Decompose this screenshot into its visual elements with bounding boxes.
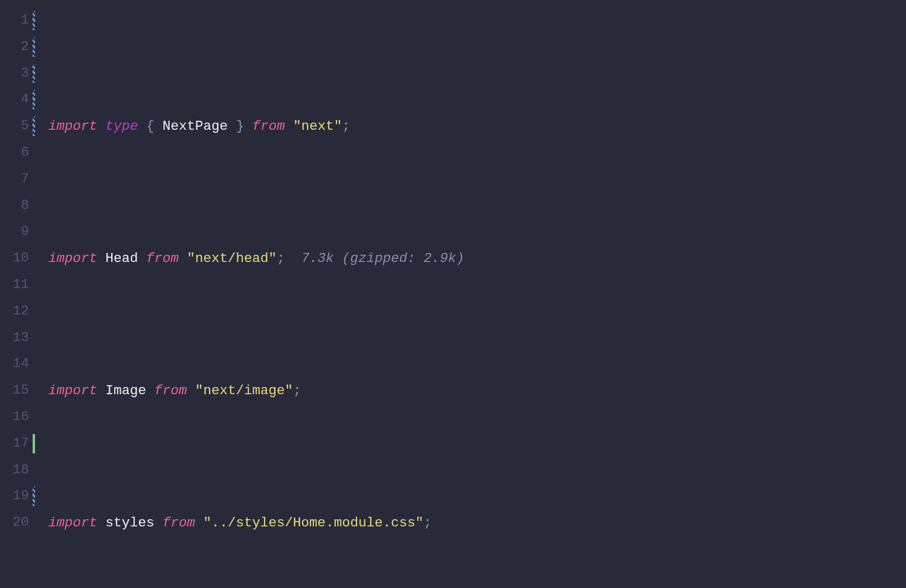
line-number: 5 bbox=[6, 113, 29, 139]
line-number: 18 bbox=[6, 457, 29, 484]
line-number: 9 bbox=[6, 219, 29, 245]
line-number: 16 bbox=[6, 404, 29, 430]
line-number: 19 bbox=[6, 483, 29, 510]
keyword-import: import bbox=[48, 118, 97, 134]
line-number: 10 bbox=[6, 245, 29, 272]
line-number: 2 bbox=[6, 34, 29, 60]
line-number: 6 bbox=[6, 139, 29, 166]
line-number: 8 bbox=[6, 193, 29, 219]
line-number: 1 bbox=[6, 7, 29, 34]
line-number: 14 bbox=[6, 351, 29, 377]
line-number: 15 bbox=[6, 377, 29, 404]
code-line[interactable]: import Image from "next/image"; bbox=[48, 378, 906, 404]
import-cost-hint: 7.3k (gzipped: 2.9k) bbox=[301, 251, 464, 266]
code-line[interactable]: import styles from "../styles/Home.modul… bbox=[48, 510, 906, 537]
line-number: 17 bbox=[6, 430, 29, 457]
code-editor[interactable]: 1 2 3 4 5 6 7 8 9 10 11 12 13 14 15 16 1… bbox=[0, 0, 906, 588]
code-area[interactable]: import type { NextPage } from "next"; im… bbox=[35, 0, 906, 588]
line-number-gutter: 1 2 3 4 5 6 7 8 9 10 11 12 13 14 15 16 1… bbox=[0, 0, 35, 588]
keyword-type: type bbox=[106, 118, 138, 134]
line-number: 12 bbox=[6, 298, 29, 325]
line-number: 4 bbox=[6, 86, 29, 113]
line-number: 3 bbox=[6, 60, 29, 87]
line-number: 11 bbox=[6, 272, 29, 298]
line-number: 20 bbox=[6, 510, 29, 536]
code-line[interactable]: import Head from "next/head"; 7.3k (gzip… bbox=[48, 246, 906, 272]
code-line[interactable]: import type { NextPage } from "next"; bbox=[48, 113, 906, 140]
line-number: 7 bbox=[6, 166, 29, 193]
line-number: 13 bbox=[6, 325, 29, 351]
